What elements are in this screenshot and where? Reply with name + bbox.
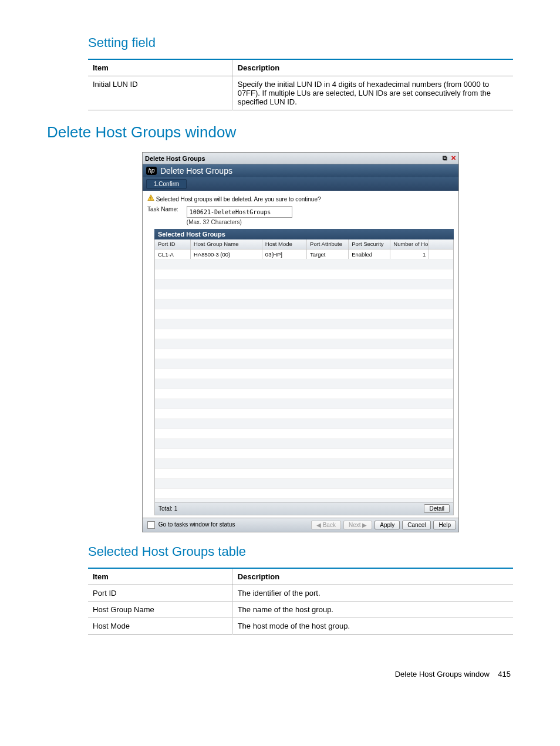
cell-item: Port ID — [88, 585, 232, 602]
cancel-button[interactable]: Cancel — [402, 521, 431, 529]
col-item: Item — [88, 59, 232, 76]
col-description: Description — [232, 59, 513, 76]
col-port-id[interactable]: Port ID — [155, 239, 191, 249]
grid-total: Total: 1 — [158, 505, 177, 512]
col-port-security[interactable]: Port Security — [349, 239, 390, 249]
restore-icon[interactable]: ⧉ — [443, 154, 447, 161]
close-icon[interactable]: ✕ — [451, 154, 456, 161]
cell-num-hosts: 1 — [390, 249, 429, 259]
header-title: Delete Host Groups — [160, 166, 232, 175]
back-button[interactable]: ◀ Back — [311, 521, 341, 529]
go-to-tasks-label: Go to tasks window for status — [158, 522, 235, 528]
col-host-group-name[interactable]: Host Group Name — [191, 239, 262, 249]
window-title: Delete Host Groups — [145, 155, 205, 162]
warning-text: Selected Host groups will be deleted. Ar… — [156, 196, 321, 202]
table-row: Host Group Name The name of the host gro… — [88, 602, 513, 618]
hp-logo-icon: hp — [146, 167, 157, 175]
col-item: Item — [88, 568, 232, 585]
delete-host-groups-window: Delete Host Groups ⧉ ✕ hp Delete Host Gr… — [142, 152, 459, 532]
setting-field-table: Item Description Initial LUN ID Specify … — [88, 59, 513, 110]
table-row: Host Mode The host mode of the host grou… — [88, 618, 513, 634]
detail-button[interactable]: Detail — [424, 504, 450, 513]
col-port-attribute[interactable]: Port Attribute — [307, 239, 349, 249]
selected-host-groups-desc-table: Item Description Port ID The identifier … — [88, 568, 513, 634]
col-description: Description — [232, 568, 513, 585]
col-spacer — [429, 239, 453, 249]
footer-page-number: 415 — [498, 670, 511, 679]
grid-body: CL1-A HA8500-3 (00) 03[HP] Target Enable… — [155, 249, 453, 502]
footer-title: Delete Host Groups window — [395, 670, 490, 679]
cell-desc: The identifier of the port. — [232, 585, 513, 602]
cell-port-sec: Enabled — [349, 249, 390, 259]
task-name-input[interactable] — [187, 206, 292, 218]
cell-item: Initial LUN ID — [88, 76, 232, 110]
table-row: Port ID The identifier of the port. — [88, 585, 513, 602]
selected-host-groups-grid: Port ID Host Group Name Host Mode Port A… — [154, 239, 454, 515]
col-number-of-hosts[interactable]: Number of Hosts — [390, 239, 429, 249]
grid-data-row[interactable]: CL1-A HA8500-3 (00) 03[HP] Target Enable… — [155, 249, 453, 259]
cell-port-attr: Target — [307, 249, 349, 259]
cell-desc: Specify the initial LUN ID in 4 digits o… — [232, 76, 513, 110]
warning-icon: ! — [147, 194, 154, 201]
cell-hg-name: HA8500-3 (00) — [191, 249, 262, 259]
panel-title-selected-host-groups: Selected Host Groups — [154, 229, 454, 239]
cell-desc: The name of the host group. — [232, 602, 513, 618]
heading-delete-host-groups: Delete Host Groups window — [47, 123, 513, 141]
help-button[interactable]: Help — [433, 521, 456, 529]
go-to-tasks-checkbox[interactable] — [147, 521, 155, 529]
task-name-hint: (Max. 32 Characters) — [187, 219, 292, 225]
cell-desc: The host mode of the host group. — [232, 618, 513, 634]
table-row: Initial LUN ID Specify the initial LUN I… — [88, 76, 513, 110]
task-name-label: Task Name: — [147, 206, 178, 212]
cell-port-id: CL1-A — [155, 249, 191, 259]
col-host-mode[interactable]: Host Mode — [262, 239, 307, 249]
cell-host-mode: 03[HP] — [262, 249, 307, 259]
apply-button[interactable]: Apply — [375, 521, 400, 529]
cell-item: Host Group Name — [88, 602, 232, 618]
svg-text:!: ! — [150, 196, 151, 200]
heading-selected-host-groups-table: Selected Host Groups table — [88, 544, 513, 559]
cell-item: Host Mode — [88, 618, 232, 634]
wizard-step-confirm: 1.Confirm — [146, 179, 187, 189]
next-button[interactable]: Next ▶ — [343, 521, 372, 529]
page-footer: Delete Host Groups window 415 — [47, 670, 513, 679]
heading-setting-field: Setting field — [88, 35, 513, 50]
